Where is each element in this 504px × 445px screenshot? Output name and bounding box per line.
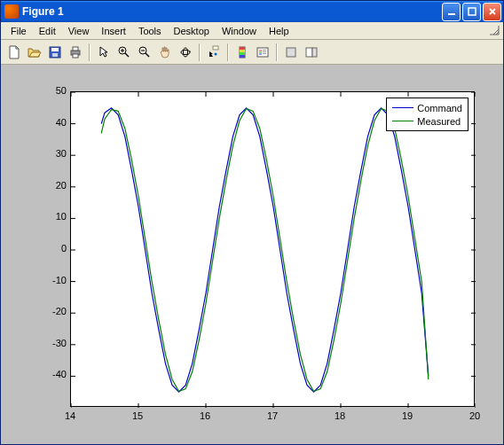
toolbar-separator	[227, 43, 229, 61]
plot-lines	[71, 92, 476, 408]
y-tick-label: 10	[40, 211, 67, 222]
svg-rect-4	[52, 53, 58, 57]
menu-edit[interactable]: Edit	[33, 24, 62, 38]
svg-point-11	[184, 48, 188, 57]
pointer-icon	[97, 45, 111, 59]
svg-rect-0	[448, 13, 455, 15]
legend-icon	[256, 45, 270, 59]
y-tick-label: -20	[40, 306, 67, 316]
menubar: File Edit View Insert Tools Desktop Wind…	[1, 22, 503, 40]
x-tick-label: 18	[327, 410, 353, 421]
svg-point-10	[181, 50, 190, 54]
y-tick-label: -30	[40, 338, 67, 348]
new-file-icon	[7, 45, 21, 59]
x-tick-label: 17	[259, 410, 286, 421]
y-tick-label: 50	[40, 85, 67, 96]
app-icon	[4, 4, 19, 19]
legend-label: Measured	[417, 116, 461, 127]
menu-window[interactable]: Window	[216, 24, 263, 38]
x-tick-label: 15	[124, 410, 151, 421]
x-tick-label: 14	[57, 410, 83, 421]
minimize-button[interactable]	[442, 3, 461, 21]
hide-plot-tools-button[interactable]	[281, 43, 301, 62]
figure-canvas[interactable]: Command Measured -40-30-20-1001020304050…	[1, 65, 503, 444]
x-tick-label: 19	[394, 410, 421, 421]
y-tick-label: 0	[40, 243, 67, 254]
zoom-in-icon	[117, 45, 131, 59]
zoom-out-button[interactable]	[135, 43, 154, 62]
svg-rect-21	[263, 51, 266, 52]
hide-tools-icon	[284, 45, 298, 59]
legend-entry-command[interactable]: Command	[392, 101, 462, 114]
axes[interactable]: Command Measured	[70, 91, 475, 407]
svg-rect-17	[240, 52, 245, 55]
y-tick-label: -10	[40, 275, 67, 285]
svg-rect-23	[287, 48, 295, 57]
toolbar-separator	[276, 43, 278, 61]
minimize-icon	[447, 7, 456, 16]
y-tick-label: 20	[40, 180, 67, 191]
close-button[interactable]	[483, 3, 501, 21]
svg-rect-18	[240, 55, 245, 58]
window-controls	[442, 3, 501, 21]
menu-insert[interactable]: Insert	[95, 24, 132, 38]
legend[interactable]: Command Measured	[386, 98, 469, 131]
colorbar-icon	[235, 45, 249, 59]
pointer-button[interactable]	[94, 43, 114, 62]
dock-grip-icon[interactable]	[489, 25, 500, 35]
data-cursor-icon	[207, 45, 221, 59]
show-plot-tools-button[interactable]	[302, 43, 321, 62]
toolbar	[1, 40, 503, 65]
insert-legend-button[interactable]	[253, 43, 272, 62]
menu-tools[interactable]: Tools	[132, 24, 168, 38]
svg-rect-20	[263, 50, 266, 51]
data-cursor-button[interactable]	[204, 43, 224, 62]
svg-rect-6	[73, 47, 78, 51]
insert-colorbar-button[interactable]	[232, 43, 252, 62]
pan-button[interactable]	[155, 43, 175, 62]
maximize-icon	[468, 7, 476, 16]
open-button[interactable]	[25, 43, 44, 62]
figure-window: Figure 1 File Edit View Insert Tools Des…	[0, 0, 504, 445]
zoom-out-icon	[138, 45, 152, 59]
x-tick-label: 20	[461, 410, 488, 421]
rotate-3d-icon	[178, 45, 193, 59]
legend-swatch-measured	[392, 121, 413, 121]
rotate-button[interactable]	[176, 43, 195, 62]
svg-point-13	[215, 52, 217, 55]
svg-rect-22	[263, 53, 266, 54]
menu-desktop[interactable]: Desktop	[168, 24, 216, 38]
svg-rect-1	[469, 8, 476, 15]
figure-client-area: Command Measured -40-30-20-1001020304050…	[1, 65, 503, 444]
close-icon	[488, 7, 497, 16]
titlebar[interactable]: Figure 1	[1, 1, 503, 22]
maximize-button[interactable]	[462, 3, 481, 21]
svg-rect-15	[240, 47, 245, 50]
svg-rect-7	[73, 54, 78, 58]
y-tick-label: -40	[40, 369, 67, 379]
print-button[interactable]	[66, 43, 85, 62]
svg-rect-16	[240, 50, 245, 52]
save-button[interactable]	[45, 43, 65, 62]
x-tick-label: 16	[192, 410, 218, 421]
svg-rect-25	[312, 48, 317, 57]
toolbar-separator	[199, 43, 201, 61]
open-folder-icon	[28, 45, 42, 59]
zoom-in-button[interactable]	[114, 43, 134, 62]
y-tick-label: 30	[40, 148, 67, 159]
menu-view[interactable]: View	[62, 24, 96, 38]
legend-swatch-command	[392, 107, 413, 108]
svg-rect-12	[213, 46, 218, 50]
legend-entry-measured[interactable]: Measured	[392, 114, 462, 128]
svg-rect-3	[51, 48, 59, 51]
toolbar-separator	[89, 43, 91, 61]
menu-file[interactable]: File	[4, 24, 33, 38]
legend-label: Command	[417, 103, 462, 113]
svg-rect-24	[306, 48, 312, 57]
new-figure-button[interactable]	[4, 43, 24, 62]
pan-hand-icon	[158, 45, 172, 59]
window-title: Figure 1	[22, 5, 442, 18]
save-floppy-icon	[48, 45, 62, 59]
menu-help[interactable]: Help	[263, 24, 295, 38]
print-icon	[68, 45, 83, 59]
